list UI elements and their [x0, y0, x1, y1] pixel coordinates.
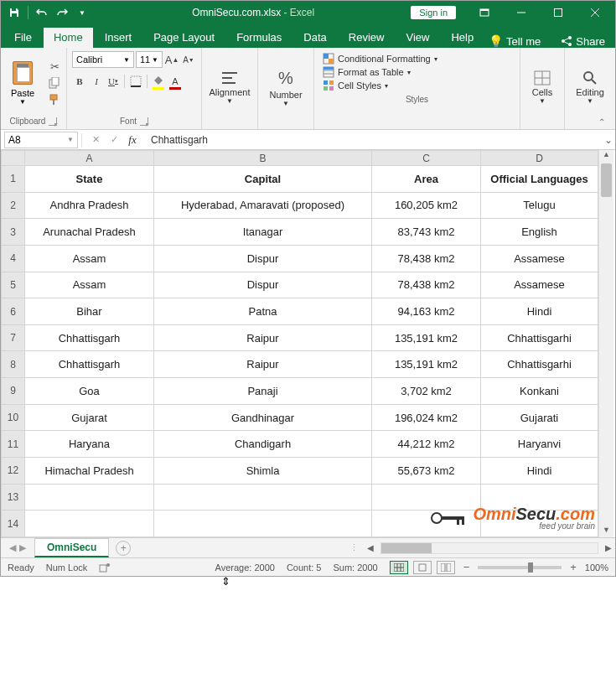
page-break-view-button[interactable] — [437, 561, 455, 574]
macro-record-icon[interactable] — [99, 562, 111, 573]
row-header[interactable]: 3 — [2, 219, 25, 246]
tab-view[interactable]: View — [396, 28, 439, 48]
cell[interactable]: Assamese — [481, 245, 598, 272]
bold-button[interactable]: B — [72, 73, 87, 90]
row-header[interactable]: 9 — [2, 378, 25, 405]
cell[interactable]: Gandhinagar — [154, 404, 372, 431]
row-header[interactable]: 1 — [2, 166, 25, 193]
scroll-up-arrow[interactable]: ▲ — [599, 150, 613, 162]
cell[interactable]: Haryana — [25, 431, 154, 458]
cell[interactable]: Goa — [25, 378, 154, 405]
name-box[interactable]: A8▼ — [4, 132, 78, 148]
format-painter-button[interactable] — [46, 92, 63, 107]
row-header[interactable]: 2 — [2, 192, 25, 219]
cell[interactable]: Konkani — [481, 378, 598, 405]
expand-formula-bar-button[interactable]: ⌄ — [602, 134, 615, 146]
undo-button[interactable] — [35, 6, 49, 19]
cell[interactable]: Haryanvi — [481, 431, 598, 458]
insert-function-button[interactable]: fx — [124, 133, 141, 147]
border-button[interactable] — [128, 73, 143, 90]
cell[interactable]: Chandigarh — [154, 431, 372, 458]
cell[interactable]: Chhattisgarhi — [481, 324, 598, 351]
italic-button[interactable]: I — [89, 73, 104, 90]
col-header[interactable]: A — [25, 151, 154, 166]
cell[interactable]: Chhattisgarh — [25, 324, 154, 351]
cell[interactable]: 78,438 km2 — [372, 272, 481, 298]
horizontal-scroll-thumb[interactable] — [381, 543, 432, 553]
cancel-formula-button[interactable]: ✕ — [87, 134, 104, 145]
cell[interactable]: Andhra Pradesh — [25, 192, 154, 219]
zoom-slider-thumb[interactable] — [528, 562, 533, 573]
cell[interactable] — [372, 511, 481, 537]
font-shrink-button[interactable]: A▼ — [181, 51, 196, 68]
cell[interactable]: 196,024 km2 — [372, 404, 481, 431]
zoom-in-button[interactable]: + — [567, 561, 580, 573]
qat-customize-dropdown[interactable]: ▼ — [75, 6, 89, 19]
cell[interactable]: 160,205 km2 — [372, 192, 481, 219]
cell[interactable]: Gujarati — [481, 404, 598, 431]
font-grow-button[interactable]: A▲ — [164, 51, 179, 68]
scroll-down-arrow[interactable]: ▼ — [599, 526, 613, 537]
hscroll-left-arrow[interactable]: ◀ — [364, 543, 377, 552]
maximize-button[interactable] — [541, 1, 575, 24]
cell[interactable]: Hyderabad, Amaravati (proposed) — [154, 192, 372, 219]
cell[interactable]: 55,673 km2 — [372, 458, 481, 485]
cell[interactable] — [154, 511, 372, 537]
cell[interactable]: Itanagar — [154, 219, 372, 246]
zoom-level[interactable]: 100% — [585, 562, 608, 573]
redo-button[interactable] — [55, 6, 69, 19]
close-button[interactable] — [578, 1, 612, 24]
new-sheet-button[interactable]: + — [116, 541, 131, 556]
format-as-table-button[interactable]: Format as Table▾ — [323, 66, 511, 78]
share-button[interactable]: Share — [576, 35, 605, 48]
underline-button[interactable]: U▾ — [106, 73, 121, 90]
cell[interactable]: English — [481, 219, 598, 246]
cell[interactable]: 3,702 km2 — [372, 378, 481, 405]
editing-button[interactable]: Editing▼ — [568, 59, 612, 117]
conditional-formatting-button[interactable]: Conditional Formatting▾ — [323, 53, 511, 65]
number-format-button[interactable]: % Number▼ — [261, 59, 310, 117]
cell[interactable] — [154, 484, 372, 511]
cell[interactable]: Telugu — [481, 192, 598, 219]
collapse-ribbon-button[interactable]: ⌃ — [598, 117, 612, 127]
tab-home[interactable]: Home — [44, 28, 93, 48]
fill-color-button[interactable] — [151, 73, 166, 90]
font-size-select[interactable]: 11▼ — [136, 51, 163, 68]
col-header[interactable]: D — [481, 151, 598, 166]
row-header[interactable]: 10 — [2, 404, 25, 431]
cell[interactable]: Assam — [25, 245, 154, 272]
cell[interactable]: 135,191 km2 — [372, 324, 481, 351]
tab-page-layout[interactable]: Page Layout — [143, 28, 225, 48]
cell[interactable]: Area — [372, 166, 481, 193]
row-header[interactable]: 13 — [2, 484, 25, 511]
row-header[interactable]: 14 — [2, 511, 25, 537]
cell[interactable] — [25, 484, 154, 511]
cell[interactable]: Assamese — [481, 272, 598, 298]
enter-formula-button[interactable]: ✓ — [106, 134, 122, 145]
cell[interactable] — [481, 484, 598, 511]
cell[interactable] — [25, 511, 154, 537]
cell[interactable]: Gujarat — [25, 404, 154, 431]
cell[interactable]: 83,743 km2 — [372, 219, 481, 246]
cell[interactable]: Raipur — [154, 324, 372, 351]
row-header[interactable]: 8 — [2, 351, 25, 378]
cell[interactable] — [372, 484, 481, 511]
formula-input[interactable]: Chhattisgarh — [146, 134, 602, 146]
zoom-out-button[interactable]: − — [460, 561, 474, 573]
normal-view-button[interactable] — [390, 561, 408, 574]
save-button[interactable] — [8, 6, 21, 19]
cell[interactable]: 94,163 km2 — [372, 298, 481, 325]
tab-insert[interactable]: Insert — [95, 28, 142, 48]
cell[interactable]: Chhattisgarhi — [481, 351, 598, 378]
page-layout-view-button[interactable] — [413, 561, 432, 574]
font-dialog-launcher[interactable] — [140, 117, 148, 126]
cell[interactable]: Himachal Pradesh — [25, 458, 154, 485]
minimize-button[interactable] — [505, 1, 538, 24]
tab-help[interactable]: Help — [441, 28, 484, 48]
cell[interactable]: Patna — [154, 298, 372, 325]
row-header[interactable]: 4 — [2, 245, 25, 272]
row-header[interactable]: 5 — [2, 272, 25, 298]
tab-review[interactable]: Review — [339, 28, 395, 48]
cell[interactable]: Bihar — [25, 298, 154, 325]
cell[interactable] — [481, 511, 598, 537]
